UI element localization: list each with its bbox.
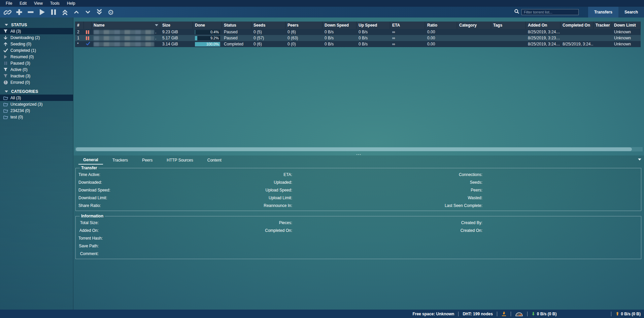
transfer-fieldset: Transfer Time Active: ETA: Connections: … (75, 166, 641, 211)
horizontal-scrollbar[interactable] (75, 147, 643, 151)
bottom-priority-button[interactable] (94, 8, 104, 16)
menu-tools[interactable]: Tools (46, 0, 63, 6)
sidebar-item-resumed[interactable]: Resumed (0) (0, 54, 73, 60)
detail-tabs: General Trackers Peers HTTP Sources Cont… (74, 155, 644, 165)
paused-state-icon (86, 36, 89, 40)
col-header-peers[interactable]: Peers (285, 22, 323, 29)
sidebar-item-inactive[interactable]: Inactive (3) (0, 73, 73, 79)
value-last-seen-complete (482, 203, 638, 208)
menu-view[interactable]: View (30, 0, 46, 6)
col-header-tracker[interactable]: Tracker (594, 22, 612, 29)
torrent-name-blurred (94, 30, 154, 34)
col-header-status[interactable]: Status (222, 22, 251, 29)
tab-http-sources[interactable]: HTTP Sources (162, 156, 198, 164)
value-download-speed (99, 188, 255, 192)
value-comment (99, 251, 255, 256)
increase-priority-button[interactable] (71, 8, 81, 16)
label-wasted: Wasted: (432, 196, 482, 200)
col-header-tags[interactable]: Tags (491, 22, 526, 29)
category-item-234234[interactable]: 234234 (0) (0, 107, 73, 114)
tab-search[interactable]: Search (618, 7, 644, 17)
torrent-row[interactable]: * 3.14 GiB 100.0% Completed 0 (6) 0 (0) … (75, 41, 641, 47)
alt-speed-limits-icon[interactable] (515, 311, 523, 316)
col-header-down-limit[interactable]: Down Limit (612, 22, 641, 29)
value-eta (292, 172, 432, 177)
torrent-list-panel: # Name Size Done Status Seeds Peers Down… (74, 17, 644, 310)
category-item-uncategorized[interactable]: Uncategorized (3) (0, 101, 73, 107)
delete-torrent-button[interactable] (26, 8, 36, 16)
plus-icon (15, 8, 23, 16)
options-button[interactable]: ⚙ (106, 8, 116, 16)
tab-content[interactable]: Content (203, 156, 226, 164)
sidebar-item-active[interactable]: Active (0) (0, 66, 73, 73)
scrollbar-thumb[interactable] (76, 147, 632, 151)
label-save-path: Save Path: (78, 244, 99, 248)
sidebar-item-seeding[interactable]: Seeding (0) (0, 41, 73, 47)
category-item-all[interactable]: All (3) (0, 95, 73, 101)
down-arrow-icon: ⬇ (532, 311, 535, 316)
col-header-completed-on[interactable]: Completed On (561, 22, 594, 29)
category-item-test[interactable]: test (0) (0, 114, 73, 120)
tab-trackers[interactable]: Trackers (108, 156, 133, 164)
panel-splitter-handle[interactable]: ... (74, 151, 644, 155)
value-total-size (99, 220, 255, 225)
status-bar: Free space: Unknown DHT: 199 nodes ⬇ 0 B… (0, 310, 644, 318)
sidebar-item-errored[interactable]: ! Errored (0) (0, 79, 73, 85)
folder-icon (3, 114, 8, 119)
menu-help[interactable]: Help (63, 0, 79, 6)
sidebar-item-all[interactable]: All (3) (0, 28, 73, 34)
col-header-done[interactable]: Done (193, 22, 222, 29)
tab-peers[interactable]: Peers (137, 156, 157, 164)
col-header-state[interactable] (84, 22, 92, 29)
play-icon (3, 54, 8, 59)
status-section-header[interactable]: STATUS (0, 22, 73, 28)
sidebar-item-completed[interactable]: Completed (1) (0, 47, 73, 54)
add-torrent-button[interactable] (14, 8, 24, 16)
connection-status-icon[interactable] (501, 311, 507, 317)
col-header-eta[interactable]: ETA (390, 22, 425, 29)
menu-file[interactable]: File (2, 0, 16, 6)
top-priority-button[interactable] (60, 8, 70, 16)
label-downloaded: Downloaded: (78, 180, 99, 185)
add-torrent-link-button[interactable] (3, 8, 13, 16)
label-uploaded: Uploaded: (255, 180, 292, 185)
col-header-ratio[interactable]: Ratio (425, 22, 457, 29)
col-header-number[interactable]: # (75, 22, 84, 29)
torrent-row[interactable]: 2 . 9.23 GiB 0.4% Paused 0 (5) 0 (6) 0 B… (75, 29, 641, 35)
col-header-added-on[interactable]: Added On (526, 22, 561, 29)
sidebar-item-downloading[interactable]: Downloading (2) (0, 34, 73, 41)
filter-icon (3, 73, 8, 78)
transfer-legend: Transfer (80, 166, 98, 170)
chevrons-up-icon (61, 8, 69, 16)
categories-section-header[interactable]: CATEGORIES (0, 88, 73, 95)
label-upload-speed: Upload Speed: (255, 188, 292, 192)
upload-speed-status: ⬆ 0 B/s (0 B) (615, 311, 641, 316)
tab-general[interactable]: General (78, 156, 103, 165)
up-arrow-icon: ⬆ (615, 311, 619, 316)
col-header-name[interactable]: Name (92, 22, 160, 29)
qbittorrent-webui: File Edit View Tools Help (0, 0, 644, 318)
main-tabs: Transfers Search (588, 7, 644, 17)
filter-icon (3, 29, 8, 34)
detail-menu-caret-icon[interactable] (638, 158, 641, 161)
menu-edit[interactable]: Edit (16, 0, 30, 6)
filter-torrent-input[interactable] (521, 9, 579, 15)
col-header-up-speed[interactable]: Up Speed (357, 22, 390, 29)
progress-bar: 9.2% (195, 36, 220, 40)
filters-sidebar: STATUS All (3) Downloading (2) Seeding (… (0, 17, 73, 310)
check-icon (3, 48, 8, 53)
gear-icon: ⚙ (108, 9, 114, 16)
progress-bar: 0.4% (195, 30, 220, 34)
decrease-priority-button[interactable] (83, 8, 93, 16)
value-added-on (99, 228, 255, 233)
torrent-row[interactable]: 1 . 5.17 GiB 9.2% Paused 0 (57) 0 (63) 0… (75, 35, 641, 41)
tab-transfers[interactable]: Transfers (588, 7, 618, 17)
link-icon (4, 8, 12, 16)
pause-button[interactable] (48, 8, 59, 16)
sidebar-item-paused[interactable]: Paused (3) (0, 60, 73, 66)
resume-button[interactable] (37, 8, 47, 16)
col-header-down-speed[interactable]: Down Speed (323, 22, 357, 29)
col-header-category[interactable]: Category (457, 22, 491, 29)
col-header-size[interactable]: Size (160, 22, 193, 29)
col-header-seeds[interactable]: Seeds (251, 22, 285, 29)
